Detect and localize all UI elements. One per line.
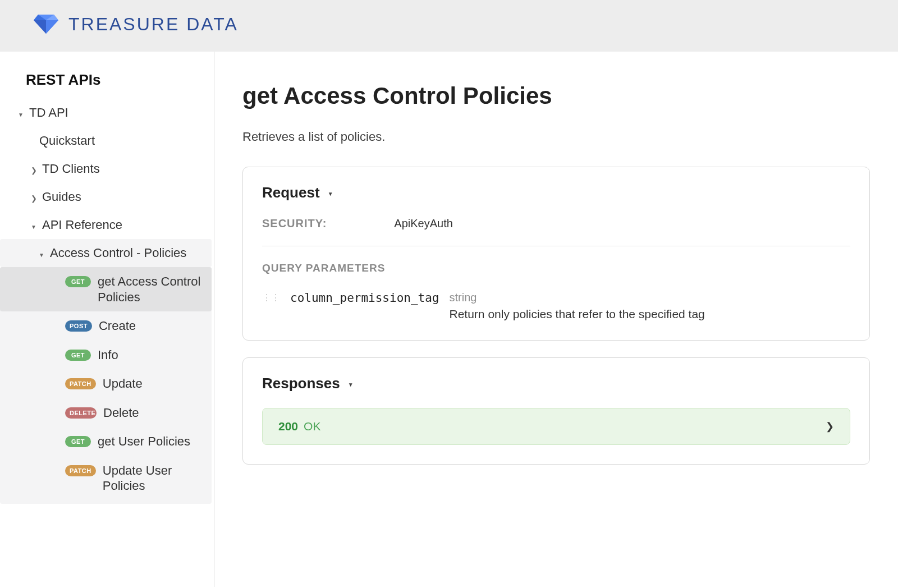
endpoint-label: Update User Policies	[103, 463, 204, 494]
responses-heading[interactable]: Responses	[262, 375, 850, 392]
http-get-badge: GET	[65, 276, 91, 287]
svg-marker-4	[34, 20, 46, 34]
chevron-right-icon	[30, 194, 38, 202]
http-get-badge: GET	[65, 350, 91, 361]
http-delete-badge: DELETE	[65, 407, 97, 419]
security-label: SECURITY:	[262, 217, 327, 230]
query-params-label: QUERY PARAMETERS	[262, 262, 850, 274]
nav-label: TD Clients	[42, 162, 100, 176]
endpoints-block: GET get Access Control Policies POST Cre…	[0, 267, 212, 504]
nav-guides[interactable]: Guides	[0, 183, 214, 211]
http-get-badge: GET	[65, 436, 91, 447]
http-post-badge: POST	[65, 320, 92, 332]
chevron-down-icon	[347, 380, 355, 388]
page-description: Retrieves a list of policies.	[242, 130, 870, 144]
nav-label: TD API	[29, 105, 68, 120]
param-description: Return only policies that refer to the s…	[450, 307, 705, 321]
nav-td-api[interactable]: TD API	[0, 99, 214, 127]
http-patch-badge: PATCH	[65, 378, 96, 389]
endpoint-label: Info	[98, 347, 204, 363]
nav-access-control-policies[interactable]: Access Control - Policies	[0, 239, 212, 267]
security-value: ApiKeyAuth	[394, 217, 453, 230]
nav-td-clients[interactable]: TD Clients	[0, 155, 214, 183]
endpoint-delete[interactable]: DELETE Delete	[0, 398, 212, 428]
endpoint-info[interactable]: GET Info	[0, 341, 212, 370]
request-heading[interactable]: Request	[262, 184, 850, 201]
chevron-right-icon: ❯	[826, 420, 834, 433]
param-name: column_permission_tag	[290, 291, 439, 305]
main-content: get Access Control Policies Retrieves a …	[214, 52, 898, 587]
endpoint-update[interactable]: PATCH Update	[0, 369, 212, 398]
nav-api-reference[interactable]: API Reference	[0, 211, 214, 239]
endpoint-get-access-control-policies[interactable]: GET get Access Control Policies	[0, 267, 212, 311]
endpoint-label: Create	[99, 318, 204, 334]
endpoint-get-user-policies[interactable]: GET get User Policies	[0, 427, 212, 456]
param-meta: string Return only policies that refer t…	[450, 291, 705, 321]
request-panel: Request SECURITY: ApiKeyAuth QUERY PARAM…	[242, 167, 870, 341]
sidebar-title: REST APIs	[0, 71, 214, 99]
chevron-down-icon	[17, 109, 25, 118]
security-row: SECURITY: ApiKeyAuth	[262, 217, 850, 246]
nav-label: Access Control - Policies	[50, 246, 186, 260]
response-left: 200 OK	[278, 420, 320, 433]
drag-handle-icon[interactable]: ⋮⋮	[262, 291, 280, 302]
http-patch-badge: PATCH	[65, 465, 96, 476]
response-text: OK	[304, 420, 320, 433]
sidebar: REST APIs TD API Quickstart TD Clients G…	[0, 52, 214, 587]
endpoint-label: get Access Control Policies	[98, 274, 204, 305]
endpoint-label: Delete	[103, 405, 204, 421]
endpoint-label: get User Policies	[98, 434, 204, 449]
request-heading-label: Request	[262, 184, 320, 201]
diamond-logo-icon	[34, 13, 58, 35]
nav-label: Quickstart	[39, 134, 95, 148]
page-title: get Access Control Policies	[242, 82, 870, 109]
endpoint-update-user-policies[interactable]: PATCH Update User Policies	[0, 456, 212, 500]
chevron-down-icon	[38, 250, 45, 258]
chevron-right-icon	[30, 166, 38, 174]
chevron-down-icon	[327, 190, 335, 197]
endpoint-label: Update	[103, 376, 204, 392]
param-type: string	[450, 291, 705, 304]
nav-label: Guides	[42, 190, 81, 204]
app-header: TREASURE DATA	[0, 0, 898, 52]
responses-heading-label: Responses	[262, 375, 340, 392]
responses-panel: Responses 200 OK ❯	[242, 357, 870, 465]
svg-marker-3	[46, 20, 58, 34]
brand-name: TREASURE DATA	[68, 14, 239, 35]
endpoint-create[interactable]: POST Create	[0, 311, 212, 341]
nav-quickstart[interactable]: Quickstart	[0, 127, 214, 155]
layout: REST APIs TD API Quickstart TD Clients G…	[0, 52, 898, 587]
response-code: 200	[278, 420, 298, 433]
chevron-down-icon	[30, 222, 38, 230]
response-200[interactable]: 200 OK ❯	[262, 408, 850, 445]
query-param-row: ⋮⋮ column_permission_tag string Return o…	[262, 291, 850, 321]
nav-label: API Reference	[42, 218, 122, 232]
